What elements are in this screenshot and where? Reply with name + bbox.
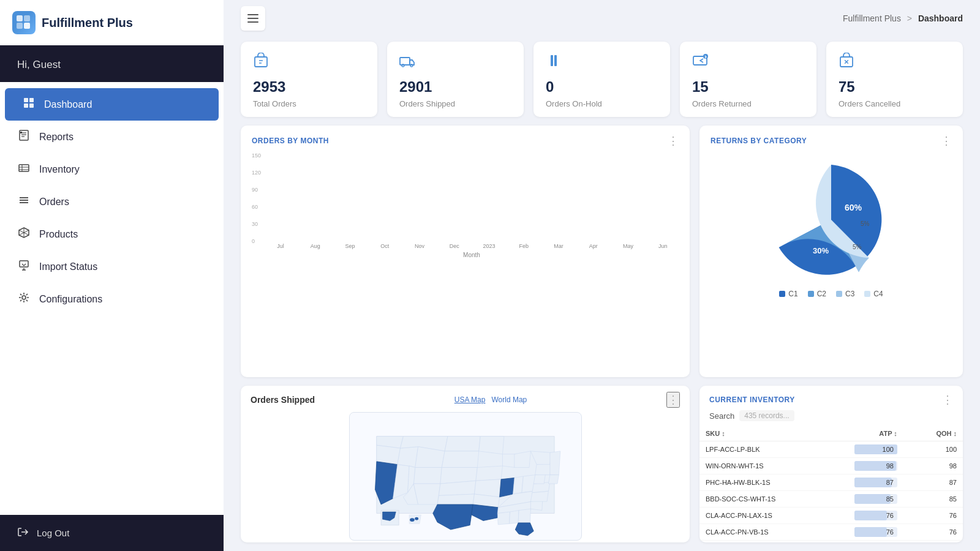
sidebar-nav: Dashboard Reports	[0, 82, 224, 515]
qoh-cell: 76	[903, 508, 963, 524]
svg-rect-26	[255, 57, 267, 67]
total-orders-label: Total Orders	[253, 99, 365, 108]
sku-cell: VC-HA-HW-WHT-1S	[699, 541, 848, 543]
svg-rect-4	[24, 98, 28, 102]
bar-chart-container: 150 120 90 60 30 0 JulAugSepOctNovDec202…	[241, 152, 690, 267]
bar-month-label: Apr	[589, 243, 598, 249]
hamburger-button[interactable]	[241, 6, 265, 31]
sidebar-item-label: Dashboard	[44, 99, 92, 110]
sidebar-item-label: Orders	[39, 197, 69, 208]
x-axis-label: Month	[265, 252, 679, 258]
total-orders-icon	[253, 53, 365, 72]
pie-chart-container: 60% 30% 5% 5% C1 C2 C3	[699, 152, 963, 307]
bar-group: Jul	[265, 240, 296, 249]
logout-icon	[17, 526, 29, 540]
charts-row: ORDERS BY MONTH ⋮ 150 120 90 60 30 0	[224, 126, 980, 386]
bar-chart: JulAugSepOctNovDec2023FebMarAprMayJun	[265, 157, 679, 249]
map-title: Orders Shipped	[251, 395, 315, 405]
sidebar-item-label: Inventory	[39, 164, 80, 175]
returns-by-category-more-button[interactable]: ⋮	[941, 134, 952, 148]
table-row[interactable]: VC-HA-HW-WHT-1S7474	[699, 541, 963, 543]
legend-label-c4: C4	[873, 290, 883, 298]
col-qoh: QOH ↕	[903, 426, 963, 441]
returns-by-category-card: RETURNS BY CATEGORY ⋮ 60% 30%	[699, 126, 963, 377]
atp-cell: 85	[848, 491, 903, 508]
breadcrumb: Fulfillment Plus > Dashboard	[843, 13, 963, 23]
pie-chart-svg: 60% 30% 5% 5%	[770, 159, 892, 281]
atp-cell: 98	[848, 458, 903, 474]
atp-bar-fill	[854, 511, 887, 520]
bar-group: 2023	[473, 240, 505, 249]
ham-line-1	[247, 14, 258, 15]
atp-bar-bg: 98	[854, 461, 897, 471]
atp-cell: 76	[848, 508, 903, 524]
orders-cancelled-icon	[839, 53, 951, 72]
table-row[interactable]: CLA-ACC-PN-VB-1S7676	[699, 524, 963, 541]
qoh-cell: 98	[903, 458, 963, 474]
ham-line-2	[247, 18, 258, 19]
atp-value: 100	[883, 444, 894, 454]
y-tick-0: 0	[252, 238, 261, 244]
map-more-button[interactable]: ⋮	[666, 392, 680, 408]
pie-legend: C1 C2 C3 C4	[779, 290, 883, 298]
sidebar-item-products[interactable]: Products	[0, 218, 224, 250]
sku-cell: CLA-ACC-PN-VB-1S	[699, 524, 848, 541]
table-row[interactable]: PHC-HA-HW-BLK-1S8787	[699, 474, 963, 491]
logout-button[interactable]: Log Out	[0, 515, 224, 551]
bar-group: May	[612, 240, 644, 249]
table-row[interactable]: WIN-ORN-WHT-1S9898	[699, 458, 963, 474]
svg-point-36	[415, 517, 418, 520]
bar-month-label: Dec	[450, 243, 459, 249]
returns-by-category-title: RETURNS BY CATEGORY	[710, 137, 807, 145]
svg-rect-31	[554, 55, 557, 66]
svg-point-35	[410, 518, 415, 522]
sidebar-item-dashboard[interactable]: Dashboard	[5, 88, 219, 121]
bar-group: Apr	[578, 240, 609, 249]
sidebar-item-orders[interactable]: Orders	[0, 186, 224, 218]
main-content: Fulfillment Plus > Dashboard 2953 Total …	[224, 0, 980, 551]
atp-bar-bg: 100	[854, 444, 897, 454]
legend-dot-c3	[836, 291, 842, 297]
sidebar-item-inventory[interactable]: Inventory	[0, 153, 224, 186]
inventory-title: CURRENT INVENTORY	[709, 395, 795, 404]
breadcrumb-current: Dashboard	[918, 13, 963, 23]
table-row[interactable]: LPF-ACC-LP-BLK100100	[699, 441, 963, 458]
sidebar-item-label: Products	[39, 229, 78, 240]
usa-map-svg	[349, 412, 582, 541]
sidebar-item-import-status[interactable]: Import Status	[0, 250, 224, 283]
atp-bar-fill	[854, 527, 887, 537]
bar-group: Sep	[334, 240, 366, 249]
reports-icon	[17, 130, 31, 144]
map-toggle: USA Map World Map	[454, 395, 527, 404]
sidebar: Fulfillment Fulfillment PlusPlus Hi, Gue…	[0, 0, 224, 551]
atp-bar-bg: 76	[854, 527, 897, 537]
map-toggle-usa[interactable]: USA Map	[454, 395, 486, 404]
svg-rect-6	[24, 103, 28, 108]
logo-icon	[12, 11, 36, 34]
bar-month-label: 2023	[483, 243, 495, 249]
bar-group: Nov	[404, 240, 435, 249]
atp-value: 85	[886, 494, 894, 504]
sku-cell: CLA-ACC-PN-LAX-1S	[699, 508, 848, 524]
sidebar-item-reports[interactable]: Reports	[0, 121, 224, 153]
orders-by-month-more-button[interactable]: ⋮	[668, 134, 679, 148]
bar-chart-inner: 150 120 90 60 30 0 JulAugSepOctNovDec202…	[252, 152, 679, 258]
col-atp: ATP ↕	[848, 426, 903, 441]
sidebar-item-configurations[interactable]: Configurations	[0, 283, 224, 315]
table-row[interactable]: BBD-SOC-CS-WHT-1S8585	[699, 491, 963, 508]
y-tick-30: 30	[252, 221, 261, 227]
breadcrumb-parent: Fulfillment Plus	[843, 13, 901, 23]
inventory-more-button[interactable]: ⋮	[942, 393, 953, 407]
svg-rect-1	[24, 15, 30, 21]
orders-returned-value: 15	[692, 78, 804, 96]
pie-label-c4: 5%	[861, 220, 870, 227]
atp-value: 98	[886, 461, 894, 471]
sidebar-item-label: Import Status	[39, 261, 97, 272]
table-row[interactable]: CLA-ACC-PN-LAX-1S7676	[699, 508, 963, 524]
y-axis: 150 120 90 60 30 0	[252, 152, 261, 244]
map-toggle-world[interactable]: World Map	[491, 395, 527, 404]
search-count: 435 records...	[739, 410, 794, 421]
sku-cell: WIN-ORN-WHT-1S	[699, 458, 848, 474]
legend-dot-c1	[779, 291, 785, 297]
y-tick-90: 90	[252, 187, 261, 193]
